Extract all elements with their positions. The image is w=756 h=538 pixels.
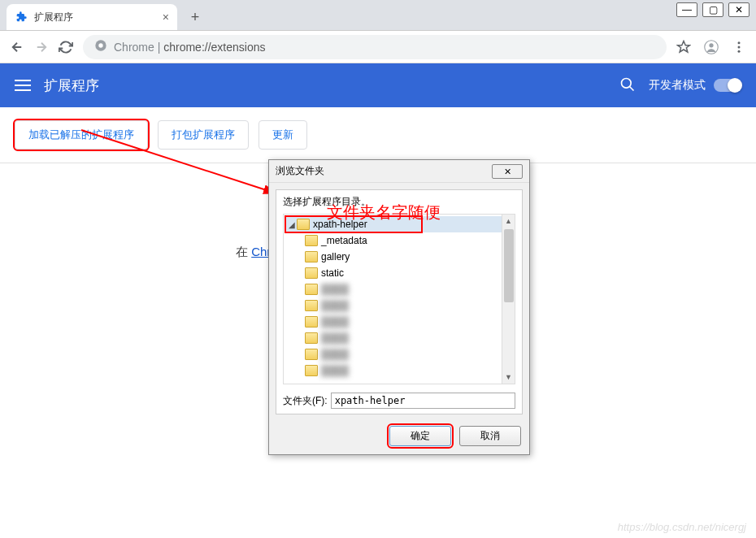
folder-icon (305, 332, 318, 344)
chrome-icon (94, 39, 107, 54)
browse-folder-dialog: 浏览文件夹 ✕ 选择扩展程序目录。 ◢xpath-helper_metadata… (268, 159, 530, 455)
folder-icon (305, 316, 318, 328)
address-bar[interactable]: Chrome | chrome://extensions (83, 35, 667, 59)
tree-item-label: ████ (321, 349, 349, 360)
folder-icon (305, 349, 318, 360)
search-icon[interactable] (619, 76, 636, 95)
tree-item[interactable]: gallery (285, 249, 513, 265)
window-minimize-button[interactable]: ― (676, 2, 697, 17)
update-button[interactable]: 更新 (259, 120, 307, 150)
folder-icon (305, 284, 318, 295)
folder-icon (297, 219, 310, 230)
folder-icon (305, 300, 318, 311)
url-bar: Chrome | chrome://extensions (0, 31, 756, 63)
scroll-up-icon[interactable]: ▲ (502, 215, 515, 228)
tree-item[interactable]: _metadata (285, 232, 513, 249)
window-close-button[interactable]: ✕ (728, 2, 749, 17)
extension-toolbar: 加载已解压的扩展程序 打包扩展程序 更新 (0, 107, 756, 163)
scrollbar[interactable]: ▲ ▼ (502, 215, 515, 384)
pack-extension-button[interactable]: 打包扩展程序 (158, 120, 249, 150)
tab-title: 扩展程序 (34, 11, 163, 24)
reload-button[interactable] (59, 40, 73, 54)
dialog-titlebar: 浏览文件夹 ✕ (269, 160, 529, 183)
tab-close-icon[interactable]: × (163, 11, 169, 24)
svg-point-3 (709, 43, 713, 47)
tree-item[interactable]: ████ (285, 346, 513, 362)
tree-item-label: ████ (321, 316, 349, 328)
tree-item[interactable]: ████ (285, 297, 513, 314)
tree-item-label: _metadata (321, 235, 367, 246)
tree-item[interactable]: ████ (285, 330, 513, 346)
back-button[interactable] (10, 40, 24, 54)
tree-item-label: ████ (321, 365, 349, 376)
menu-icon[interactable] (15, 76, 31, 94)
tab-bar: 扩展程序 × + (0, 0, 756, 31)
tree-item[interactable]: ████ (285, 281, 513, 297)
page-title: 扩展程序 (44, 76, 619, 95)
extensions-header: 扩展程序 开发者模式 (0, 63, 756, 107)
watermark: https://blog.csdn.net/nicergj (618, 521, 746, 533)
scroll-down-icon[interactable]: ▼ (502, 371, 515, 384)
ok-button[interactable]: 确定 (389, 426, 451, 446)
window-maximize-button[interactable]: ▢ (702, 2, 723, 17)
folder-icon (305, 267, 318, 279)
tree-item-label: xpath-helper (313, 219, 367, 230)
tree-item-label: ████ (321, 284, 349, 295)
new-tab-button[interactable]: + (184, 6, 206, 28)
tree-item-label: gallery (321, 251, 350, 262)
url-text: Chrome | chrome://extensions (114, 41, 266, 54)
folder-tree[interactable]: ◢xpath-helper_metadatagallerystatic█████… (283, 214, 515, 384)
tree-item[interactable]: ████ (285, 362, 513, 379)
tree-item-label: ████ (321, 332, 349, 344)
forward-button[interactable] (34, 40, 49, 54)
tree-item-label: ████ (321, 300, 349, 311)
bookmark-star-icon[interactable] (676, 40, 691, 54)
tree-item[interactable]: ████ (285, 314, 513, 330)
load-unpacked-button[interactable]: 加载已解压的扩展程序 (15, 120, 148, 150)
menu-dots-icon[interactable] (732, 40, 746, 54)
background-hint: 在 Chr (236, 245, 271, 260)
tree-item-label: static (321, 267, 344, 279)
browser-tab[interactable]: 扩展程序 × (7, 4, 177, 30)
expand-icon[interactable]: ◢ (287, 220, 297, 229)
dialog-instruction: 选择扩展程序目录。 (283, 195, 515, 209)
svg-point-1 (98, 43, 102, 47)
developer-mode-label: 开发者模式 (649, 78, 706, 93)
dialog-close-button[interactable]: ✕ (492, 164, 523, 179)
folder-name-input[interactable] (331, 393, 515, 409)
svg-point-5 (738, 46, 741, 48)
puzzle-icon (15, 11, 28, 24)
folder-icon (305, 251, 318, 262)
svg-point-4 (738, 41, 741, 44)
scrollbar-thumb[interactable] (504, 229, 514, 302)
tree-item[interactable]: static (285, 265, 513, 281)
svg-point-7 (622, 78, 632, 88)
profile-icon[interactable] (704, 40, 719, 54)
svg-point-6 (738, 50, 741, 52)
folder-icon (305, 235, 318, 246)
dialog-title-text: 浏览文件夹 (276, 164, 492, 178)
folder-field-label: 文件夹(F): (283, 394, 328, 408)
tree-item[interactable]: ◢xpath-helper (285, 216, 513, 232)
folder-icon (305, 365, 318, 376)
cancel-button[interactable]: 取消 (459, 426, 521, 446)
developer-mode-toggle[interactable] (714, 79, 741, 92)
